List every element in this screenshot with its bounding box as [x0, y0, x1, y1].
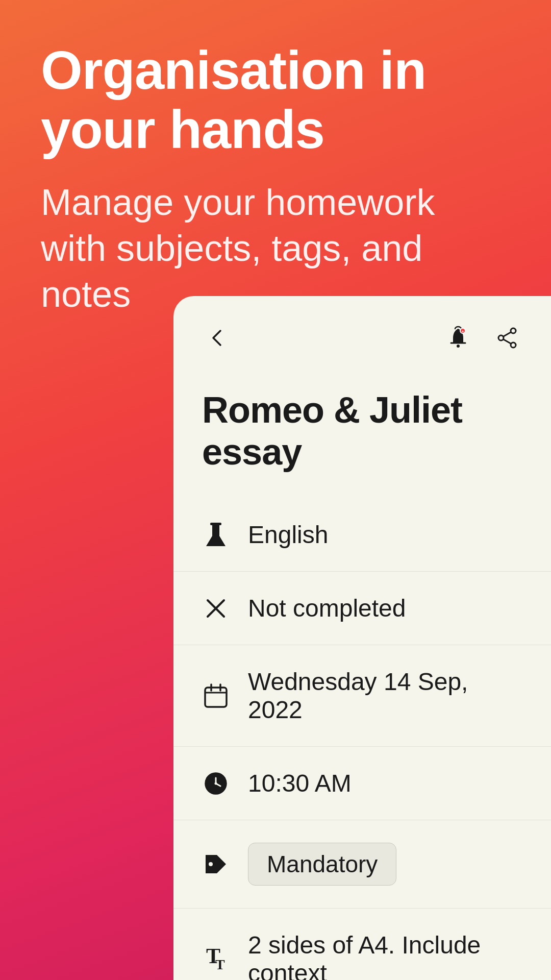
svg-point-5 — [498, 335, 504, 340]
clock-icon — [202, 772, 230, 795]
notes-row: T T 2 sides of A4. Include context — [173, 908, 551, 980]
back-icon — [206, 327, 229, 349]
share-icon — [495, 326, 519, 350]
task-title: Romeo & Juliet essay — [173, 369, 551, 498]
subject-icon — [202, 522, 230, 548]
subject-text: English — [248, 521, 328, 549]
svg-point-3 — [511, 328, 516, 333]
notification-button[interactable]: + — [443, 323, 473, 353]
header-actions: + — [443, 323, 522, 353]
svg-point-18 — [215, 782, 217, 785]
date-text: Wednesday 14 Sep, 2022 — [248, 668, 522, 724]
svg-line-7 — [504, 339, 511, 344]
share-button[interactable] — [492, 323, 522, 353]
completion-row: Not completed — [173, 571, 551, 645]
svg-rect-11 — [205, 688, 227, 707]
bell-icon: + — [446, 326, 470, 350]
tag-row: Mandatory — [173, 820, 551, 908]
time-text: 10:30 AM — [248, 769, 352, 797]
svg-line-6 — [504, 332, 511, 336]
hero-title: Organisation in your hands — [41, 41, 510, 159]
notes-text: 2 sides of A4. Include context — [248, 931, 522, 980]
time-row: 10:30 AM — [173, 746, 551, 820]
tag-icon — [202, 853, 230, 875]
detail-card: + Romeo & Juliet essay — [173, 296, 551, 980]
svg-rect-8 — [210, 523, 221, 525]
completion-text: Not completed — [248, 594, 406, 622]
svg-point-19 — [209, 862, 213, 866]
text-icon: T T — [202, 947, 230, 971]
calendar-icon — [202, 683, 230, 708]
close-icon — [202, 597, 230, 620]
subject-row: English — [173, 498, 551, 571]
svg-text:T: T — [215, 957, 225, 971]
svg-text:+: + — [462, 329, 464, 334]
hero-section: Organisation in your hands Manage your h… — [41, 41, 510, 317]
svg-point-0 — [457, 345, 460, 348]
back-button[interactable] — [202, 323, 233, 353]
date-row: Wednesday 14 Sep, 2022 — [173, 645, 551, 746]
mandatory-badge[interactable]: Mandatory — [248, 843, 396, 886]
card-header: + — [173, 296, 551, 369]
svg-point-4 — [511, 342, 516, 348]
